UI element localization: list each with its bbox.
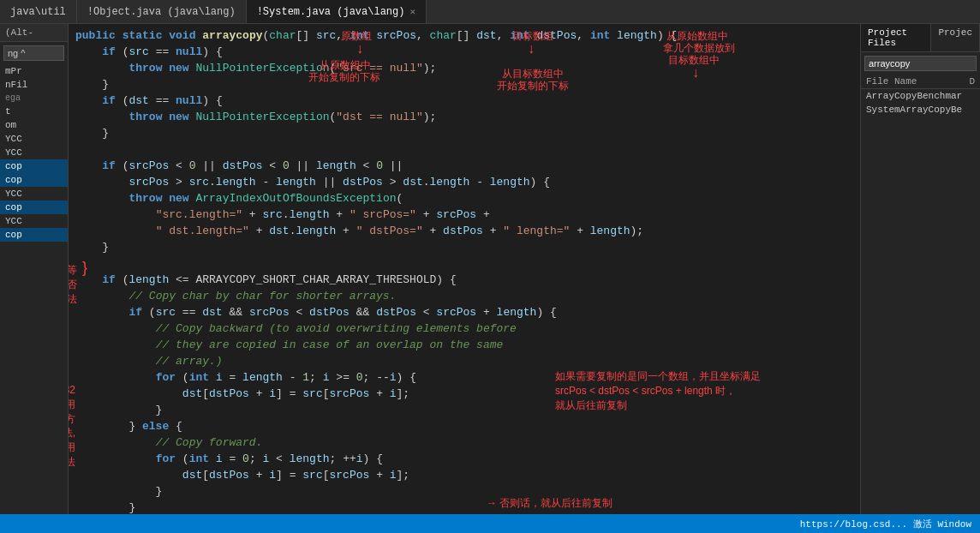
right-tab-bar: Project Files Projec — [861, 24, 980, 52]
tab-java-util[interactable]: java\util — [0, 0, 77, 23]
file-name-header: File Name — [866, 76, 969, 87]
tab-object-java[interactable]: !Object.java (java\lang) — [77, 0, 247, 23]
tab-bar: java\util !Object.java (java\lang) !Syst… — [0, 0, 980, 24]
d-header: D — [969, 76, 975, 87]
sidebar-search-input[interactable] — [3, 45, 64, 61]
sidebar-item-cop1[interactable]: cop — [0, 159, 68, 173]
sidebar-item-t[interactable]: t — [0, 105, 68, 118]
annotation-threshold: length<=32的使用java自己的方法,否则使用native方法 — [69, 383, 75, 470]
sidebar-items: mPr nFil ega t om YCC YCC cop cop YCC co… — [0, 64, 68, 514]
code-editor[interactable]: 原数组 ↓ 从原数组中 开始复制的下标 目标数组 ↓ 从目标数组中 开始复制的下… — [69, 24, 860, 514]
sidebar-item-ycc3[interactable]: YCC — [0, 187, 68, 201]
sidebar-item-nfil[interactable]: nFil — [0, 78, 68, 92]
tab-close-icon[interactable]: ✕ — [409, 6, 415, 17]
status-bar: https://blog.csd... 激活 Window — [0, 514, 980, 533]
right-tab-project[interactable]: Projec — [931, 24, 980, 51]
sidebar-item-cop2[interactable]: cop — [0, 173, 68, 187]
sidebar-item-om[interactable]: om — [0, 118, 68, 132]
sidebar-item-cop3[interactable]: cop — [0, 201, 68, 214]
code-pre: public static void arraycopy(char[] src,… — [75, 27, 860, 514]
main-layout: (Alt- mPr nFil ega t om YCC YCC cop cop … — [0, 24, 980, 514]
left-sidebar: (Alt- mPr nFil ega t om YCC YCC cop cop … — [0, 24, 69, 514]
right-sidebar: Project Files Projec File Name D ArrayCo… — [860, 24, 980, 514]
right-file-item-2[interactable]: SystemArrayCopyBe — [861, 103, 980, 117]
sidebar-item-ycc1[interactable]: YCC — [0, 132, 68, 146]
sidebar-item-ycc4[interactable]: YCC — [0, 214, 68, 228]
sidebar-label-ega: ega — [0, 92, 68, 105]
sidebar-item-mpr[interactable]: mPr — [0, 64, 68, 78]
status-text: https://blog.csd... 激活 Window — [800, 518, 971, 530]
right-tab-project-files[interactable]: Project Files — [861, 24, 931, 51]
right-col-headers: File Name D — [861, 75, 980, 89]
sidebar-item-ycc2[interactable]: YCC — [0, 146, 68, 159]
sidebar-title: (Alt- — [0, 24, 68, 42]
right-file-item-1[interactable]: ArrayCopyBenchmar — [861, 89, 980, 103]
code-container: 原数组 ↓ 从原数组中 开始复制的下标 目标数组 ↓ 从目标数组中 开始复制的下… — [69, 24, 860, 104]
tab-system-java[interactable]: !System.java (java\lang) ✕ — [247, 0, 427, 23]
sidebar-search-area — [0, 42, 68, 64]
sidebar-item-cop4[interactable]: cop — [0, 228, 68, 242]
right-search-input[interactable] — [864, 56, 977, 71]
right-search-area — [861, 52, 980, 75]
